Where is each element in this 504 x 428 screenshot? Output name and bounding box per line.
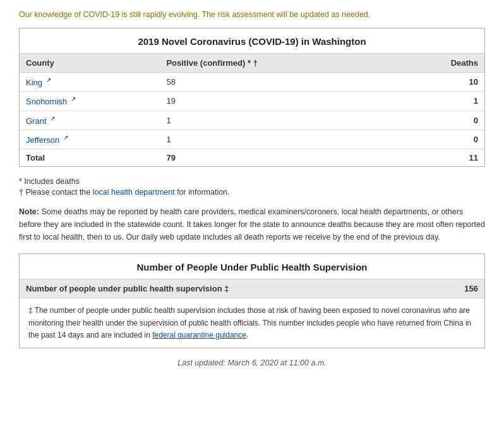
table-row: Grant ↗ 1 0 xyxy=(20,111,484,130)
table-header-row: County Positive (confirmed) * † Deaths xyxy=(20,54,484,73)
last-updated: Last updated: March 6, 2020 at 11:00 a.m… xyxy=(19,358,485,367)
county-link[interactable]: King xyxy=(26,78,42,87)
supervision-col-label: Number of people under public health sup… xyxy=(20,279,434,298)
county-link[interactable]: Snohomish xyxy=(26,97,67,107)
covid-table-title: 2019 Novel Coronavirus (COVID-19) in Was… xyxy=(20,28,484,53)
footnote-1: * Includes deaths xyxy=(19,177,485,186)
total-deaths: 11 xyxy=(394,149,484,167)
deaths-cell: 10 xyxy=(394,73,484,92)
positive-cell: 1 xyxy=(160,130,394,149)
fn2-prefix: † Please contact the xyxy=(19,188,93,197)
total-row: Total 79 11 xyxy=(20,149,484,167)
external-link-icon: ↗ xyxy=(63,134,68,141)
supervision-col-value: 156 xyxy=(434,279,484,298)
deaths-cell: 1 xyxy=(394,92,484,111)
federal-quarantine-link[interactable]: federal quarantine guidance xyxy=(152,331,246,339)
positive-cell: 58 xyxy=(160,73,394,92)
covid-table-card: 2019 Novel Coronavirus (COVID-19) in Was… xyxy=(19,28,485,167)
table-row: Snohomish ↗ 19 1 xyxy=(20,92,484,111)
total-label: Total xyxy=(20,149,160,167)
supervision-card: Number of People Under Public Health Sup… xyxy=(19,254,485,348)
footnote-2: † Please contact the local health depart… xyxy=(19,188,485,197)
supervision-note: ‡ The number of people under public heal… xyxy=(20,298,484,348)
positive-cell: 19 xyxy=(160,92,394,111)
supervision-header-row: Number of people under public health sup… xyxy=(20,279,484,298)
supervision-title: Number of People Under Public Health Sup… xyxy=(20,254,484,279)
table-row: King ↗ 58 10 xyxy=(20,73,484,92)
county-cell: Grant ↗ xyxy=(20,111,160,130)
supervision-table: Number of people under public health sup… xyxy=(20,279,484,298)
note-text: Some deaths may be reported by health ca… xyxy=(19,207,485,242)
col-deaths: Deaths xyxy=(394,54,484,73)
county-cell: King ↗ xyxy=(20,73,160,92)
total-positive: 79 xyxy=(160,149,394,167)
covid-table: County Positive (confirmed) * † Deaths K… xyxy=(20,53,484,166)
col-positive: Positive (confirmed) * † xyxy=(160,54,394,73)
col-county: County xyxy=(20,54,160,73)
fn2-suffix: for information. xyxy=(175,188,230,197)
positive-cell: 1 xyxy=(160,111,394,130)
local-health-dept-link[interactable]: local health department xyxy=(93,188,175,197)
county-link[interactable]: Grant xyxy=(26,116,47,126)
deaths-cell: 0 xyxy=(394,111,484,130)
supervision-note-prefix: ‡ The number of people under public heal… xyxy=(28,306,471,339)
note-label: Note: xyxy=(19,207,39,216)
external-link-icon: ↗ xyxy=(71,95,76,102)
notice-text: Our knowledge of COVID-19 is still rapid… xyxy=(19,10,485,19)
deaths-cell: 0 xyxy=(394,130,484,149)
note-block: Note: Some deaths may be reported by hea… xyxy=(19,205,485,243)
external-link-icon: ↗ xyxy=(50,115,55,122)
supervision-note-suffix: . xyxy=(246,331,248,339)
table-row: Jefferson ↗ 1 0 xyxy=(20,130,484,149)
county-cell: Snohomish ↗ xyxy=(20,92,160,111)
external-link-icon: ↗ xyxy=(46,76,51,83)
footnotes-section: * Includes deaths † Please contact the l… xyxy=(19,177,485,197)
county-link[interactable]: Jefferson xyxy=(26,135,59,145)
county-cell: Jefferson ↗ xyxy=(20,130,160,149)
